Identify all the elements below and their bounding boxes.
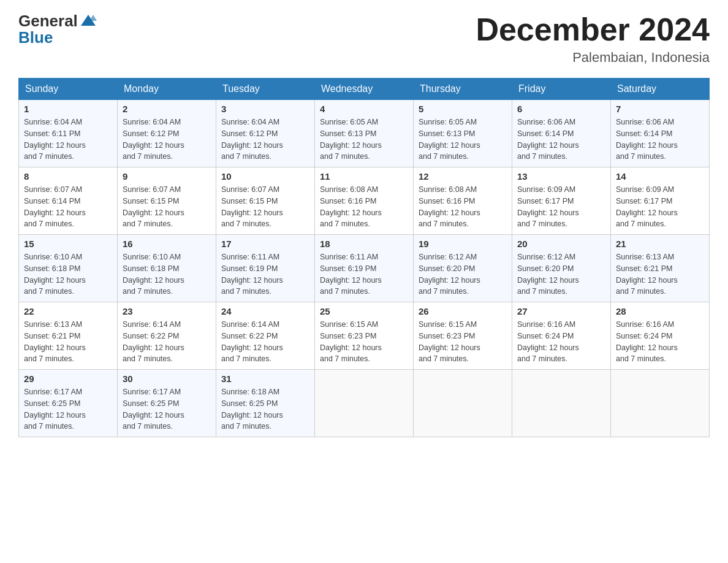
- table-row: 4 Sunrise: 6:05 AMSunset: 6:13 PMDayligh…: [315, 100, 414, 167]
- table-row: [611, 370, 710, 437]
- day-number: 18: [320, 239, 408, 249]
- day-info: Sunrise: 6:08 AMSunset: 6:16 PMDaylight:…: [419, 185, 480, 228]
- day-number: 2: [123, 104, 211, 114]
- table-row: [315, 370, 414, 437]
- table-row: 20 Sunrise: 6:12 AMSunset: 6:20 PMDaylig…: [512, 235, 611, 302]
- table-row: 25 Sunrise: 6:15 AMSunset: 6:23 PMDaylig…: [315, 302, 414, 370]
- day-info: Sunrise: 6:17 AMSunset: 6:25 PMDaylight:…: [123, 388, 184, 431]
- table-row: [414, 370, 512, 437]
- table-row: 15 Sunrise: 6:10 AMSunset: 6:18 PMDaylig…: [19, 235, 118, 302]
- table-row: 28 Sunrise: 6:16 AMSunset: 6:24 PMDaylig…: [611, 302, 710, 370]
- logo-triangle-icon: [80, 12, 97, 29]
- day-number: 26: [419, 306, 507, 316]
- day-number: 28: [616, 306, 704, 316]
- table-row: 30 Sunrise: 6:17 AMSunset: 6:25 PMDaylig…: [118, 370, 216, 437]
- day-number: 30: [123, 373, 211, 384]
- day-number: 22: [24, 306, 112, 316]
- day-info: Sunrise: 6:04 AMSunset: 6:12 PMDaylight:…: [221, 118, 283, 161]
- day-info: Sunrise: 6:18 AMSunset: 6:25 PMDaylight:…: [221, 388, 283, 431]
- table-row: 5 Sunrise: 6:05 AMSunset: 6:13 PMDayligh…: [414, 100, 512, 167]
- day-number: 25: [320, 306, 408, 316]
- day-info: Sunrise: 6:07 AMSunset: 6:15 PMDaylight:…: [123, 185, 184, 228]
- day-number: 1: [24, 104, 112, 114]
- day-number: 6: [517, 104, 605, 114]
- table-row: 10 Sunrise: 6:07 AMSunset: 6:15 PMDaylig…: [216, 167, 315, 235]
- day-info: Sunrise: 6:13 AMSunset: 6:21 PMDaylight:…: [24, 320, 86, 363]
- header-tuesday: Tuesday: [216, 79, 315, 100]
- day-info: Sunrise: 6:14 AMSunset: 6:22 PMDaylight:…: [123, 320, 184, 363]
- day-info: Sunrise: 6:15 AMSunset: 6:23 PMDaylight:…: [419, 320, 480, 363]
- header-sunday: Sunday: [19, 79, 118, 100]
- calendar-title: December 2024: [476, 12, 710, 47]
- header-thursday: Thursday: [414, 79, 512, 100]
- calendar-week-row: 29 Sunrise: 6:17 AMSunset: 6:25 PMDaylig…: [19, 370, 710, 437]
- day-number: 13: [517, 171, 605, 182]
- table-row: 16 Sunrise: 6:10 AMSunset: 6:18 PMDaylig…: [118, 235, 216, 302]
- day-info: Sunrise: 6:04 AMSunset: 6:12 PMDaylight:…: [123, 118, 184, 161]
- table-row: 2 Sunrise: 6:04 AMSunset: 6:12 PMDayligh…: [118, 100, 216, 167]
- calendar-table: Sunday Monday Tuesday Wednesday Thursday…: [18, 78, 710, 437]
- day-info: Sunrise: 6:17 AMSunset: 6:25 PMDaylight:…: [24, 388, 86, 431]
- day-number: 14: [616, 171, 704, 182]
- header-wednesday: Wednesday: [315, 79, 414, 100]
- day-number: 31: [221, 373, 309, 384]
- day-info: Sunrise: 6:16 AMSunset: 6:24 PMDaylight:…: [517, 320, 579, 363]
- day-info: Sunrise: 6:15 AMSunset: 6:23 PMDaylight:…: [320, 320, 382, 363]
- day-number: 27: [517, 306, 605, 316]
- day-info: Sunrise: 6:12 AMSunset: 6:20 PMDaylight:…: [419, 253, 480, 296]
- table-row: 23 Sunrise: 6:14 AMSunset: 6:22 PMDaylig…: [118, 302, 216, 370]
- title-block: December 2024 Palembaian, Indonesia: [476, 12, 710, 66]
- table-row: 26 Sunrise: 6:15 AMSunset: 6:23 PMDaylig…: [414, 302, 512, 370]
- day-number: 4: [320, 104, 408, 114]
- calendar-week-row: 15 Sunrise: 6:10 AMSunset: 6:18 PMDaylig…: [19, 235, 710, 302]
- table-row: 21 Sunrise: 6:13 AMSunset: 6:21 PMDaylig…: [611, 235, 710, 302]
- weekday-header-row: Sunday Monday Tuesday Wednesday Thursday…: [19, 79, 710, 100]
- day-info: Sunrise: 6:13 AMSunset: 6:21 PMDaylight:…: [616, 253, 678, 296]
- calendar-week-row: 22 Sunrise: 6:13 AMSunset: 6:21 PMDaylig…: [19, 302, 710, 370]
- table-row: 1 Sunrise: 6:04 AMSunset: 6:11 PMDayligh…: [19, 100, 118, 167]
- table-row: 6 Sunrise: 6:06 AMSunset: 6:14 PMDayligh…: [512, 100, 611, 167]
- table-row: 3 Sunrise: 6:04 AMSunset: 6:12 PMDayligh…: [216, 100, 315, 167]
- calendar-subtitle: Palembaian, Indonesia: [476, 50, 710, 66]
- day-number: 21: [616, 239, 704, 249]
- calendar-week-row: 1 Sunrise: 6:04 AMSunset: 6:11 PMDayligh…: [19, 100, 710, 167]
- logo-blue-text: Blue: [18, 29, 53, 45]
- day-number: 9: [123, 171, 211, 182]
- day-info: Sunrise: 6:05 AMSunset: 6:13 PMDaylight:…: [320, 118, 382, 161]
- day-number: 24: [221, 306, 309, 316]
- logo: General Blue: [18, 12, 97, 45]
- day-info: Sunrise: 6:07 AMSunset: 6:15 PMDaylight:…: [221, 185, 283, 228]
- table-row: 18 Sunrise: 6:11 AMSunset: 6:19 PMDaylig…: [315, 235, 414, 302]
- day-info: Sunrise: 6:10 AMSunset: 6:18 PMDaylight:…: [123, 253, 184, 296]
- table-row: 14 Sunrise: 6:09 AMSunset: 6:17 PMDaylig…: [611, 167, 710, 235]
- day-info: Sunrise: 6:07 AMSunset: 6:14 PMDaylight:…: [24, 185, 86, 228]
- day-info: Sunrise: 6:11 AMSunset: 6:19 PMDaylight:…: [320, 253, 382, 296]
- day-number: 19: [419, 239, 507, 249]
- day-number: 11: [320, 171, 408, 182]
- day-info: Sunrise: 6:16 AMSunset: 6:24 PMDaylight:…: [616, 320, 678, 363]
- day-number: 5: [419, 104, 507, 114]
- logo-general-text: General: [18, 13, 78, 29]
- day-info: Sunrise: 6:09 AMSunset: 6:17 PMDaylight:…: [616, 185, 678, 228]
- day-number: 3: [221, 104, 309, 114]
- day-info: Sunrise: 6:09 AMSunset: 6:17 PMDaylight:…: [517, 185, 579, 228]
- table-row: 8 Sunrise: 6:07 AMSunset: 6:14 PMDayligh…: [19, 167, 118, 235]
- table-row: 17 Sunrise: 6:11 AMSunset: 6:19 PMDaylig…: [216, 235, 315, 302]
- day-number: 17: [221, 239, 309, 249]
- day-number: 15: [24, 239, 112, 249]
- table-row: 7 Sunrise: 6:06 AMSunset: 6:14 PMDayligh…: [611, 100, 710, 167]
- day-info: Sunrise: 6:06 AMSunset: 6:14 PMDaylight:…: [616, 118, 678, 161]
- table-row: 22 Sunrise: 6:13 AMSunset: 6:21 PMDaylig…: [19, 302, 118, 370]
- day-number: 12: [419, 171, 507, 182]
- day-number: 8: [24, 171, 112, 182]
- header-monday: Monday: [118, 79, 216, 100]
- day-number: 10: [221, 171, 309, 182]
- table-row: 29 Sunrise: 6:17 AMSunset: 6:25 PMDaylig…: [19, 370, 118, 437]
- day-number: 7: [616, 104, 704, 114]
- table-row: 11 Sunrise: 6:08 AMSunset: 6:16 PMDaylig…: [315, 167, 414, 235]
- page-header: General Blue December 2024 Palembaian, I…: [18, 12, 710, 66]
- table-row: 27 Sunrise: 6:16 AMSunset: 6:24 PMDaylig…: [512, 302, 611, 370]
- day-number: 29: [24, 373, 112, 384]
- table-row: 19 Sunrise: 6:12 AMSunset: 6:20 PMDaylig…: [414, 235, 512, 302]
- day-number: 23: [123, 306, 211, 316]
